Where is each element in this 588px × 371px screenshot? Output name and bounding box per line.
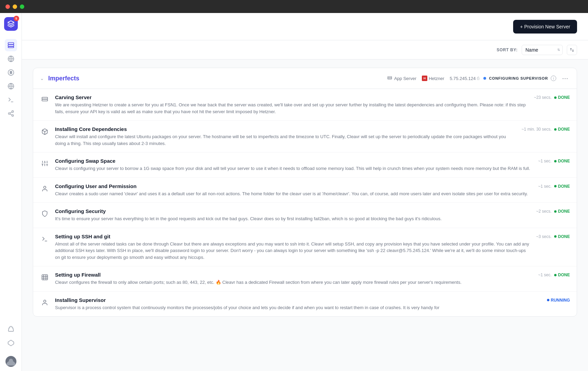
step-status-badge: DONE bbox=[554, 95, 570, 100]
step-status: ~1 sec. DONE bbox=[538, 184, 570, 189]
step-item: Setting up SSH and git Almost all of the… bbox=[33, 228, 577, 267]
close-button[interactable] bbox=[5, 4, 10, 9]
step-title: Setting up SSH and git bbox=[55, 234, 531, 239]
step-item: Configuring Security It's time to ensure… bbox=[33, 203, 577, 228]
ip-text: 5.75.245.124 bbox=[450, 76, 476, 81]
step-status-label: RUNNING bbox=[551, 298, 570, 303]
minimize-button[interactable] bbox=[13, 4, 17, 9]
sidebar-item-servers[interactable] bbox=[5, 39, 17, 51]
topbar: + Provision New Server bbox=[22, 13, 588, 40]
app-layout: 5 bbox=[0, 13, 588, 371]
sidebar-item-flask[interactable] bbox=[5, 323, 17, 335]
svg-line-10 bbox=[10, 114, 12, 115]
step-time: ~1 sec. bbox=[538, 159, 551, 163]
copy-icon[interactable]: ⎙ bbox=[477, 76, 479, 81]
svg-rect-1 bbox=[8, 44, 14, 46]
step-status-label: DONE bbox=[558, 273, 570, 277]
step-content: Configuring Security It's time to ensure… bbox=[55, 208, 531, 222]
step-time: ~1 min. 30 secs. bbox=[522, 127, 552, 132]
step-status-dot bbox=[554, 160, 557, 162]
chevron-down-icon[interactable]: ⌄ bbox=[40, 76, 44, 81]
step-icon bbox=[40, 95, 50, 105]
step-status-dot bbox=[554, 96, 557, 99]
rocket-icon bbox=[8, 69, 14, 76]
provision-button[interactable]: + Provision New Server bbox=[513, 20, 577, 34]
svg-rect-0 bbox=[8, 43, 14, 44]
step-title: Setting up Firewall bbox=[55, 272, 533, 278]
sidebar-item-terminal[interactable] bbox=[5, 94, 17, 106]
step-time: ~3 secs. bbox=[536, 234, 551, 239]
sidebar-item-network2[interactable] bbox=[5, 107, 17, 120]
step-item: Carving Server We are requesting Hetzner… bbox=[33, 89, 577, 121]
server-status-area: CONFIGURING SUPERVISOR i bbox=[483, 76, 556, 81]
sort-direction-icon bbox=[570, 48, 574, 52]
step-content: Installing Supervisor Supervisor is a pr… bbox=[55, 297, 542, 311]
svg-marker-12 bbox=[8, 340, 14, 346]
server-type-meta: App Server bbox=[387, 76, 416, 81]
terminal-icon bbox=[8, 96, 14, 103]
step-item: Installing Supervisor Supervisor is a pr… bbox=[33, 292, 577, 317]
info-icon[interactable]: i bbox=[551, 76, 556, 81]
hetzner-badge: H Hetzner bbox=[422, 76, 444, 81]
server-status-text: CONFIGURING SUPERVISOR bbox=[489, 76, 548, 80]
server-group-name: Imperfects bbox=[48, 75, 383, 82]
server-meta: App Server H Hetzner 5.75.245.124 ⎙ bbox=[387, 76, 479, 81]
step-status: ~1 min. 30 secs. DONE bbox=[522, 127, 570, 132]
titlebar-buttons bbox=[5, 4, 24, 9]
maximize-button[interactable] bbox=[20, 4, 24, 9]
step-status: ~1 sec. DONE bbox=[538, 273, 570, 277]
step-content: Carving Server We are requesting Hetzner… bbox=[55, 94, 529, 115]
user-avatar[interactable] bbox=[5, 356, 16, 367]
sidebar-item-hex[interactable] bbox=[5, 337, 17, 349]
step-content: Configuring User and Permission Cleavr c… bbox=[55, 183, 533, 197]
step-status: ~23 secs. DONE bbox=[534, 95, 570, 100]
sort-select-wrapper: Name Created Status ⇅ bbox=[522, 45, 563, 55]
sidebar-item-deployments[interactable] bbox=[5, 66, 17, 79]
svg-point-9 bbox=[12, 115, 13, 116]
step-time: ~2 secs. bbox=[536, 209, 551, 214]
step-status: RUNNING bbox=[547, 298, 570, 303]
step-status-badge: DONE bbox=[554, 273, 570, 277]
step-item: Configuring Swap Space Cleavr is configu… bbox=[33, 153, 577, 178]
step-description: Cleavr is configuring your server to bor… bbox=[55, 165, 533, 172]
step-status-badge: DONE bbox=[554, 184, 570, 189]
logo-badge: 5 bbox=[14, 16, 19, 21]
more-menu-button[interactable]: ⋯ bbox=[560, 74, 570, 83]
step-time: ~1 sec. bbox=[538, 273, 551, 277]
step-content: Setting up Firewall Cleavr configures th… bbox=[55, 272, 533, 286]
sort-toggle-button[interactable] bbox=[567, 45, 577, 55]
step-description: Almost all of the server related tasks c… bbox=[55, 241, 531, 261]
sort-by-label: SORT BY: bbox=[497, 48, 518, 52]
globe-icon bbox=[8, 83, 14, 90]
step-icon bbox=[40, 234, 50, 244]
step-status-badge: DONE bbox=[554, 127, 570, 132]
step-content: Configuring Swap Space Cleavr is configu… bbox=[55, 158, 533, 172]
avatar-image bbox=[5, 356, 16, 367]
step-icon bbox=[40, 159, 50, 168]
svg-rect-32 bbox=[42, 275, 48, 280]
step-status-label: DONE bbox=[558, 209, 570, 214]
step-content: Installing Core Dependencies Cleavr will… bbox=[55, 126, 516, 147]
sidebar-item-network[interactable] bbox=[5, 53, 17, 65]
svg-point-37 bbox=[44, 300, 46, 302]
svg-rect-17 bbox=[42, 99, 48, 101]
hetzner-letter: H bbox=[424, 77, 426, 80]
step-status-label: DONE bbox=[558, 159, 570, 163]
step-item: Installing Core Dependencies Cleavr will… bbox=[33, 121, 577, 153]
step-status-dot bbox=[554, 235, 557, 238]
svg-point-30 bbox=[44, 186, 46, 188]
step-status-dot bbox=[554, 128, 557, 131]
step-icon bbox=[40, 184, 50, 194]
step-icon bbox=[40, 127, 50, 136]
status-dot bbox=[483, 77, 486, 80]
sidebar-item-globe[interactable] bbox=[5, 80, 17, 92]
step-icon bbox=[40, 298, 50, 307]
sort-select[interactable]: Name Created Status bbox=[522, 45, 563, 55]
server-type-label: App Server bbox=[394, 76, 416, 81]
step-description: Cleavr will install and configure the la… bbox=[55, 133, 516, 147]
sidebar-logo[interactable]: 5 bbox=[4, 17, 18, 31]
server-ip: 5.75.245.124 ⎙ bbox=[450, 76, 480, 81]
step-title: Configuring User and Permission bbox=[55, 183, 533, 189]
step-status: ~3 secs. DONE bbox=[536, 234, 570, 239]
step-item: Setting up Firewall Cleavr configures th… bbox=[33, 266, 577, 292]
